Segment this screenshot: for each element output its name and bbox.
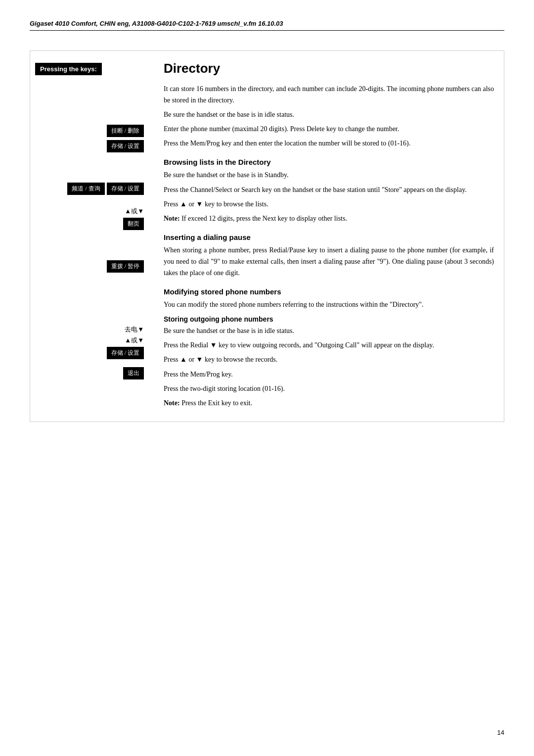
page-header: Gigaset 4010 Comfort, CHIN eng, A31008-G… — [30, 20, 504, 31]
sidebar: Pressing the keys: 挂断 / 删除 存储 / 设置 频道 / … — [35, 61, 149, 412]
storing-p5: Press the two-digit storing location (01… — [164, 383, 494, 394]
browsing-p4: Note: If exceed 12 digits, press the Nex… — [164, 213, 494, 224]
sidebar-exit-key: 退出 — [35, 367, 149, 379]
storing-p6: Note: Press the Exit key to exit. — [164, 397, 494, 409]
note-label2: Note: — [164, 399, 180, 407]
intro-p4: Press the Mem/Prog key and then enter th… — [164, 138, 494, 149]
flip-page-button: 翻页 — [123, 218, 144, 230]
intro-p2: Be sure the handset or the base is in id… — [164, 109, 494, 120]
section-dialing-title: Inserting a dialing pause — [164, 233, 494, 241]
section-modifying-title: Modifying stored phone numbers — [164, 287, 494, 296]
dialing-p1: When storing a phone number, press Redia… — [164, 244, 494, 279]
browsing-p3: Press ▲ or ▼ key to browse the lists. — [164, 198, 494, 210]
page-wrapper: Gigaset 4010 Comfort, CHIN eng, A31008-G… — [0, 0, 534, 452]
header-text: Gigaset 4010 Comfort, CHIN eng, A31008-G… — [30, 20, 283, 27]
section-storing-title: Storing outgoing phone numbers — [164, 315, 494, 323]
main-content: Directory It can store 16 numbers in the… — [149, 61, 494, 412]
sidebar-title: Pressing the keys: — [35, 63, 102, 75]
content-box: Pressing the keys: 挂断 / 删除 存储 / 设置 频道 / … — [30, 50, 504, 422]
freq-search-button: 频道 / 查询 — [67, 183, 104, 195]
section-browsing-title: Browsing lists in the Directory — [164, 158, 494, 166]
sidebar-store-key: 存储 / 设置 — [35, 140, 149, 152]
sidebar-redial-key: 重拨 / 暂停 — [35, 260, 149, 273]
sidebar-arrow-or2: ▲或▼ — [35, 336, 149, 345]
intro-p3: Enter the phone number (maximal 20 digit… — [164, 123, 494, 135]
sidebar-freq-row: 频道 / 查询 存储 / 设置 — [35, 183, 149, 195]
browsing-p2: Press the Channel/Select or Search key o… — [164, 184, 494, 195]
note-label: Note: — [164, 215, 180, 222]
sidebar-flippage-key: 翻页 — [35, 218, 149, 230]
browsing-p1: Be sure the handset or the base is in St… — [164, 169, 494, 181]
sidebar-arrow-or: ▲或▼ — [35, 207, 149, 216]
store-settings-button: 存储 / 设置 — [107, 140, 144, 152]
modifying-p1: You can modify the stored phone numbers … — [164, 299, 494, 310]
store-settings3-button: 存储 / 设置 — [107, 347, 144, 359]
sidebar-hangup-key: 挂断 / 删除 — [35, 125, 149, 137]
redial-pause-button: 重拨 / 暂停 — [107, 260, 144, 273]
exit-button: 退出 — [123, 367, 144, 379]
page-title: Directory — [164, 61, 494, 76]
page-number: 14 — [497, 729, 504, 736]
storing-p1: Be sure the handset or the base is in id… — [164, 325, 494, 336]
hangup-delete-button: 挂断 / 删除 — [107, 125, 144, 137]
storing-p3: Press ▲ or ▼ key to browse the records. — [164, 354, 494, 365]
store-settings2-button: 存储 / 设置 — [107, 183, 144, 195]
sidebar-power-down: 去电▼ — [35, 325, 149, 334]
sidebar-store-settings2-key: 存储 / 设置 — [35, 347, 149, 359]
storing-p4: Press the Mem/Prog key. — [164, 369, 494, 380]
storing-p2: Press the Redial ▼ key to view outgoing … — [164, 339, 494, 351]
intro-p1: It can store 16 numbers in the directory… — [164, 83, 494, 106]
